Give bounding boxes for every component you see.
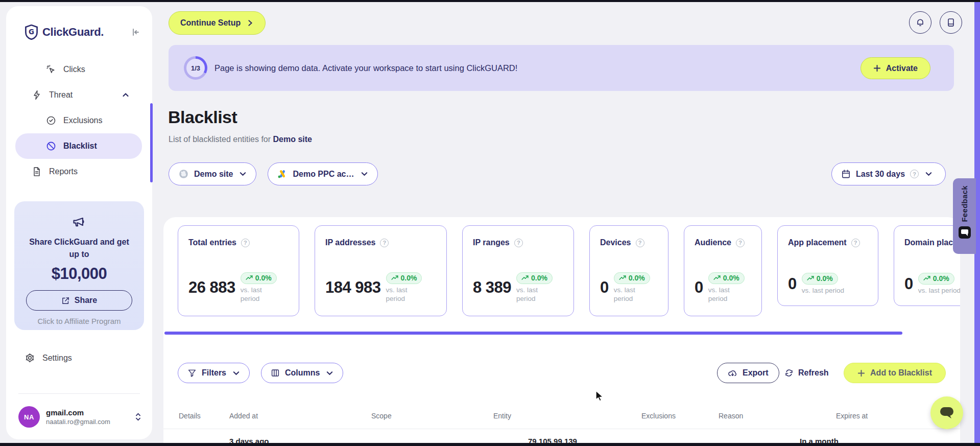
account-name: gmail.com [46,408,110,417]
window-edge-top [0,0,980,2]
table-header-row: Details Added at Scope Entity Exclusions… [163,412,960,427]
affiliate-promo-card[interactable]: Share ClickGuard and get up to $10,000 S… [14,201,144,330]
delta-badge: 0.0% [614,272,650,284]
promo-headline: Share ClickGuard and get up to [14,236,144,261]
column-header[interactable]: Expires at [836,412,868,420]
column-header[interactable]: Exclusions [641,412,676,420]
chevron-down-icon [239,170,247,178]
page-subtitle-target: Demo site [273,135,312,144]
feedback-label: Feedback [960,185,969,222]
export-label: Export [743,368,769,378]
sidebar-item-label: Blacklist [63,142,97,151]
column-header[interactable]: Added at [229,412,258,420]
chat-launcher-button[interactable] [930,396,963,429]
sidebar-item-clicks[interactable]: Clicks [6,57,152,82]
share-button[interactable]: Share [26,290,132,311]
clickguard-logo-icon: G [25,25,38,40]
chat-bubble-icon [939,405,955,420]
notifications-button[interactable] [909,11,931,34]
add-to-blacklist-button[interactable]: Add to Blacklist [844,363,946,383]
stat-label: Audience [695,238,731,247]
stat-vs-label: vs. last period [516,286,556,303]
cloud-download-icon [728,368,737,378]
sidebar-collapse-icon[interactable] [130,27,140,37]
stats-row: Total entries? 26 883 0.0%vs. last perio… [178,225,960,316]
delta-badge: 0.0% [802,273,838,285]
sidebar-divider [18,393,140,394]
stat-value: 0 [788,275,797,293]
lightning-icon [32,90,42,100]
help-icon[interactable]: ? [636,239,644,247]
stats-horizontal-scrollbar[interactable] [164,332,902,335]
external-link-icon [61,296,70,305]
setup-progress-value: 1/3 [186,59,205,77]
ppc-account-selector[interactable]: Demo PPC ac… [268,162,377,185]
columns-dropdown[interactable]: Columns [261,363,343,383]
column-header[interactable]: Details [179,412,201,420]
help-icon[interactable]: ? [736,239,745,247]
sidebar-scrollbar[interactable] [150,103,153,182]
plus-icon [873,64,881,72]
site-selector[interactable]: Demo site [169,162,256,185]
sidebar-item-blacklist[interactable]: Blacklist [15,133,142,159]
column-header[interactable]: Reason [719,412,743,420]
refresh-button[interactable]: Refresh [784,363,829,383]
column-header[interactable]: Entity [493,412,511,420]
chevron-up-icon[interactable] [122,91,130,99]
scope-selectors: Demo site Demo PPC ac… [169,162,378,185]
export-button[interactable]: Export [717,363,779,383]
continue-setup-button[interactable]: Continue Setup [169,11,266,35]
chevron-down-icon [925,170,933,178]
columns-icon [271,368,280,378]
stat-card-ip-addresses: IP addresses? 184 983 0.0%vs. last perio… [315,225,447,316]
docs-button[interactable] [940,11,962,34]
delta-badge: 0.0% [386,272,422,284]
stat-vs-label: vs. last period [708,286,748,303]
stat-label: Domain placement [904,238,960,247]
help-icon[interactable]: ? [514,239,523,247]
stat-vs-label: vs. last period [802,286,867,295]
setup-progress-ring: 1/3 [184,56,207,80]
stat-card-domain-placement: Domain placement? 0 0.0%vs. last period [894,225,960,306]
column-header[interactable]: Scope [371,412,392,420]
stat-card-devices: Devices? 0 0.0%vs. last period [589,225,668,316]
document-icon [32,167,42,177]
continue-setup-label: Continue Setup [180,18,241,28]
ppc-account-value: Demo PPC ac… [293,170,354,179]
brand-header: G ClickGuard. [25,25,140,40]
plus-icon [857,369,865,377]
settings-label: Settings [42,354,72,363]
feedback-tab[interactable]: Feedback [953,178,976,254]
filters-dropdown[interactable]: Filters [178,363,250,383]
sidebar-item-exclusions[interactable]: Exclusions [6,108,152,133]
sidebar-nav: Clicks Threat Exclusions Blacklist [6,57,152,184]
help-icon[interactable]: ? [241,239,250,247]
sidebar-item-reports[interactable]: Reports [6,159,152,184]
sidebar-item-label: Threat [49,90,73,100]
delta-badge: 0.0% [708,272,745,284]
ban-icon [46,141,56,151]
calendar-icon [841,169,851,179]
account-switcher[interactable]: NA gmail.com naatali.ro@gmail.com [18,404,142,430]
chevron-down-icon [326,369,333,377]
stat-vs-label: vs. last period [386,286,426,303]
sidebar-item-settings[interactable]: Settings [25,353,72,363]
megaphone-icon [71,215,87,229]
table-header-divider [163,429,960,429]
help-icon[interactable]: ? [380,239,389,247]
brand-name: ClickGuard. [42,26,104,39]
date-range-selector[interactable]: Last 30 days ? [831,162,946,185]
trending-up-icon [807,275,814,281]
bell-icon [915,17,925,28]
stat-label: IP ranges [473,238,510,247]
help-icon[interactable]: ? [851,239,860,247]
stat-label: App placement [788,238,847,247]
activate-button[interactable]: Activate [861,57,930,79]
sidebar-item-threat[interactable]: Threat [6,82,152,108]
chevron-down-icon [361,170,368,178]
badge-check-icon [46,115,56,126]
table-toolbar-left: Filters Columns [178,363,343,383]
gear-icon [25,353,35,363]
banner-message: Page is showing demo data. Activate your… [214,63,517,73]
cursor-click-icon [46,64,56,75]
